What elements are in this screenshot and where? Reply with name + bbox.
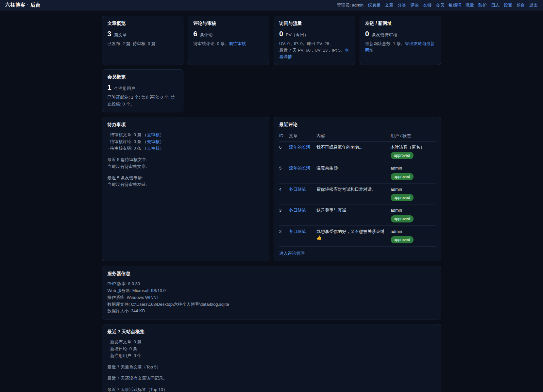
comment-row: 6 流年的长河 我不再叹息流年的匆匆... 木叶访客（匿名）approved bbox=[279, 141, 436, 162]
week-new-users: · 新注册用户: 0 个 bbox=[108, 352, 436, 359]
col-user-status: 用户 / 状态 bbox=[391, 132, 436, 141]
col-id: ID bbox=[279, 132, 289, 141]
hot-articles-empty: 最近 7 天还没有文章访问记录。 bbox=[108, 375, 436, 382]
php-version: PHP 版本: 8.0.30 bbox=[108, 281, 436, 287]
db-size: 数据库大小: 344 KB bbox=[108, 308, 436, 315]
nav-members[interactable]: 会员 bbox=[436, 2, 444, 8]
comment-user: admin bbox=[391, 186, 434, 193]
nav-articles[interactable]: 文章 bbox=[385, 2, 393, 8]
card-traffic: 访问与流量 0 PV（今日） UV: 0，IP: 0。昨日 PV: 28。最近 … bbox=[274, 16, 355, 65]
nav-logs[interactable]: 日志 bbox=[491, 2, 500, 8]
nav-traffic[interactable]: 流量 bbox=[466, 2, 474, 8]
status-badge: approved bbox=[391, 194, 414, 201]
db-file: 数据库文件: C:\Users\168\Desktop\六柱个人博客\data\… bbox=[108, 301, 436, 308]
card-members-overview: 会员概览 1 个注册用户 已验证邮箱: 1 个; 禁止评论: 0 个; 禁止投稿… bbox=[102, 69, 184, 112]
pending-links-block: 最近 5 条友链申请: 当前没有待审核友链。 bbox=[108, 175, 264, 188]
admin-label: 管理员: admin bbox=[337, 2, 364, 8]
card-title: 文章概览 bbox=[108, 21, 178, 26]
comment-row: 5 流年的长河 温暖余生😊 adminapproved bbox=[279, 162, 436, 184]
comment-article-link[interactable]: 冬日随笔 bbox=[289, 187, 306, 192]
comment-user: admin bbox=[391, 165, 434, 172]
traffic-desc: UV: 0，IP: 0。昨日 PV: 28。最近 7 天 PV: 60，UV: … bbox=[279, 41, 350, 60]
dashboard-content: 文章概览 3 篇文章 已发布: 2 篇; 待审核: 0 篇 评论与审核 6 条评… bbox=[102, 10, 441, 392]
status-badge: approved bbox=[391, 152, 414, 159]
pending-articles-block: 最近 5 篇待审核文章: 当前没有待审核文章。 bbox=[108, 156, 264, 170]
os: 操作系统: Windows WINNT bbox=[108, 294, 436, 301]
comment-content: 帮你轻松应对考试和日常对话。 bbox=[316, 183, 391, 204]
col-content: 内容 bbox=[316, 132, 391, 141]
status-badge: approved bbox=[391, 236, 414, 243]
app-title: 六柱博客 · 后台 bbox=[5, 2, 41, 8]
comments-unit: 条评论 bbox=[200, 32, 213, 38]
nav-logout[interactable]: 退出 bbox=[529, 2, 538, 8]
pv-unit: PV（今日） bbox=[286, 32, 308, 38]
todo-review-comments-link[interactable]: 去审核 bbox=[147, 139, 160, 144]
members-unit: 个注册用户 bbox=[114, 86, 135, 91]
comment-row: 2 冬日随笔 既想享受你的好，又不想被关系束缚👍 adminapproved bbox=[279, 225, 436, 247]
comment-user: 木叶访客（匿名） bbox=[391, 144, 434, 151]
nav-protection[interactable]: 防护 bbox=[478, 2, 487, 8]
nav-frontend[interactable]: 前台 bbox=[517, 2, 525, 8]
pv-count: 0 bbox=[279, 30, 283, 38]
topbar: 六柱博客 · 后台 管理员: admin 仪表板 文章 分类 评论 友链 会员 … bbox=[0, 0, 543, 10]
card-friend-links: 友链 / 新网址 0 条友链待审核 最新网址总数: 1 条。管理友链与最新网址 bbox=[360, 16, 441, 65]
todo-item-comments: · 待审核评论: 0 条 （去审核） bbox=[108, 139, 264, 145]
col-article: 文章 bbox=[289, 132, 316, 141]
members-count: 1 bbox=[108, 84, 111, 91]
week-new-articles: · 新发布文章: 0 篇 bbox=[108, 339, 436, 346]
card-title: 会员概览 bbox=[108, 74, 178, 80]
card-articles-overview: 文章概览 3 篇文章 已发布: 2 篇; 待审核: 0 篇 bbox=[102, 16, 184, 65]
card-recent-comments: 最近评论 ID 文章 内容 用户 / 状态 6 流年的长河 我不再叹息流年的匆匆 bbox=[274, 117, 441, 262]
comment-content: 缺乏尊重与真诚 bbox=[316, 204, 391, 226]
card-title: 服务器信息 bbox=[108, 271, 436, 277]
weblinks-desc: 最新网址总数: 1 条。管理友链与最新网址 bbox=[365, 41, 436, 54]
comment-article-link[interactable]: 流年的长河 bbox=[289, 145, 310, 150]
comment-article-link[interactable]: 冬日随笔 bbox=[289, 208, 306, 213]
pending-links-count: 0 bbox=[365, 30, 369, 38]
articles-desc: 已发布: 2 篇; 待审核: 0 篇 bbox=[108, 41, 178, 47]
week-new-comments: · 新增评论: 0 条 bbox=[108, 346, 436, 352]
pending-links-unit: 条友链待审核 bbox=[372, 32, 397, 38]
nav-categories[interactable]: 分类 bbox=[398, 2, 406, 8]
comment-content: 既想享受你的好，又不想被关系束缚👍 bbox=[316, 225, 391, 247]
comments-desc: 待审核评论: 0 条。前往审核 bbox=[193, 41, 264, 47]
card-title: 最近评论 bbox=[279, 122, 436, 128]
comments-count: 6 bbox=[193, 30, 197, 38]
comment-article-link[interactable]: 流年的长河 bbox=[289, 166, 310, 171]
comment-row: 3 冬日随笔 缺乏尊重与真诚 adminapproved bbox=[279, 204, 436, 226]
card-title: 友链 / 新网址 bbox=[365, 21, 436, 26]
web-server: Web 服务器: Microsoft-IIS/10.0 bbox=[108, 287, 436, 294]
card-title: 访问与流量 bbox=[279, 21, 350, 26]
articles-count: 3 bbox=[108, 30, 111, 38]
comment-article-link[interactable]: 冬日随笔 bbox=[289, 229, 306, 234]
todo-review-links-link[interactable]: 去审核 bbox=[147, 146, 160, 151]
todo-item-articles: · 待审核文章: 0 篇 （去审核） bbox=[108, 132, 264, 139]
card-todo: 待办事项 · 待审核文章: 0 篇 （去审核） · 待审核评论: 0 条 （去审… bbox=[102, 117, 270, 262]
topbar-nav: 管理员: admin 仪表板 文章 分类 评论 友链 会员 敏感词 流量 防护 … bbox=[337, 2, 538, 8]
middle-row: 待办事项 · 待审核文章: 0 篇 （去审核） · 待审核评论: 0 条 （去审… bbox=[102, 117, 441, 262]
card-server-info: 服务器信息 PHP 版本: 8.0.30 Web 服务器: Microsoft-… bbox=[102, 266, 441, 319]
nav-comments[interactable]: 评论 bbox=[410, 2, 419, 8]
comment-content: 温暖余生😊 bbox=[316, 162, 391, 184]
recent-comments-table: ID 文章 内容 用户 / 状态 6 流年的长河 我不再叹息流年的匆匆... 木… bbox=[279, 132, 436, 247]
card-week-overview: 最近 7 天站点概览 · 新发布文章: 0 篇 · 新增评论: 0 条 · 新注… bbox=[102, 324, 441, 392]
todo-review-articles-link[interactable]: 去审核 bbox=[147, 132, 160, 137]
status-badge: approved bbox=[391, 173, 414, 180]
active-tags-label: 最近 7 天最活跃标签（Top 10） bbox=[108, 386, 436, 392]
manage-comments-link[interactable]: 进入评论管理 bbox=[279, 251, 305, 256]
comment-content: 我不再叹息流年的匆匆... bbox=[316, 141, 391, 162]
articles-unit: 篇文章 bbox=[114, 32, 127, 38]
nav-sensitive-words[interactable]: 敏感词 bbox=[449, 2, 461, 8]
go-review-link[interactable]: 前往审核 bbox=[229, 41, 246, 46]
comment-user: admin bbox=[391, 228, 434, 235]
comment-user: admin bbox=[391, 207, 434, 214]
nav-dashboard[interactable]: 仪表板 bbox=[368, 2, 381, 8]
nav-friend-links[interactable]: 友链 bbox=[423, 2, 432, 8]
nav-settings[interactable]: 设置 bbox=[504, 2, 512, 8]
card-comments-review: 评论与审核 6 条评论 待审核评论: 0 条。前往审核 bbox=[188, 16, 269, 65]
card-title: 待办事项 bbox=[108, 122, 264, 128]
comment-row: 4 冬日随笔 帮你轻松应对考试和日常对话。 adminapproved bbox=[279, 183, 436, 204]
table-header-row: ID 文章 内容 用户 / 状态 bbox=[279, 132, 436, 141]
card-title: 最近 7 天站点概览 bbox=[108, 329, 436, 335]
card-title: 评论与审核 bbox=[193, 21, 264, 26]
